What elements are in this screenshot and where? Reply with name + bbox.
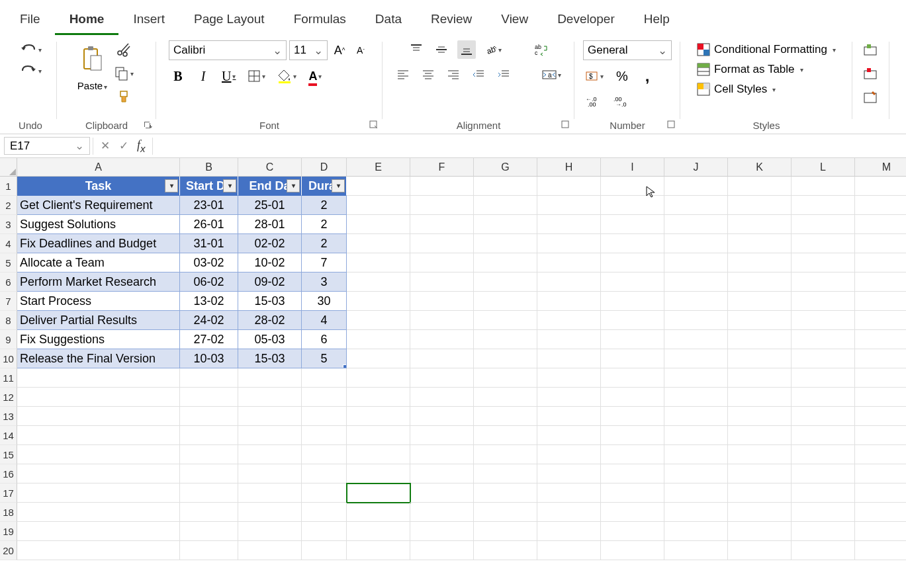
row-header-5[interactable]: 5 — [0, 253, 17, 273]
cell-A19[interactable] — [17, 522, 180, 541]
cell-B4[interactable]: 31-01 — [180, 234, 238, 253]
column-header-H[interactable]: H — [537, 158, 601, 177]
cell-J15[interactable] — [664, 445, 728, 464]
cell-G16[interactable] — [474, 464, 537, 483]
cell-M10[interactable] — [855, 349, 906, 368]
column-header-E[interactable]: E — [347, 158, 410, 177]
cell-E10[interactable] — [347, 349, 410, 368]
cell-B5[interactable]: 03-02 — [180, 253, 238, 273]
cell-M18[interactable] — [855, 503, 906, 522]
cancel-formula-button[interactable]: ✕ — [96, 139, 114, 153]
italic-button[interactable]: I — [194, 67, 212, 85]
cell-K13[interactable] — [728, 407, 792, 426]
cell-H8[interactable] — [537, 311, 601, 330]
column-header-K[interactable]: K — [728, 158, 792, 177]
decrease-font-button[interactable]: Aˇ — [351, 41, 370, 60]
column-header-A[interactable]: A — [17, 158, 180, 177]
cell-H17[interactable] — [537, 483, 601, 503]
cell-B2[interactable]: 23-01 — [180, 196, 238, 215]
cell-M20[interactable] — [855, 541, 906, 560]
increase-font-button[interactable]: A^ — [330, 41, 349, 60]
cell-E9[interactable] — [347, 330, 410, 349]
cell-E13[interactable] — [347, 407, 410, 426]
cell-L16[interactable] — [792, 464, 855, 483]
cell-F2[interactable] — [410, 196, 474, 215]
cell-M7[interactable] — [855, 292, 906, 311]
cell-B6[interactable]: 06-02 — [180, 273, 238, 292]
cell-M17[interactable] — [855, 483, 906, 503]
align-right-button[interactable] — [444, 65, 463, 84]
cell-A3[interactable]: Suggest Solutions — [17, 215, 180, 234]
clipboard-launcher[interactable] — [143, 120, 152, 130]
cell-H20[interactable] — [537, 541, 601, 560]
cell-L12[interactable] — [792, 388, 855, 407]
tab-file[interactable]: File — [5, 5, 55, 35]
cell-A1[interactable]: Task — [17, 177, 180, 196]
cell-E16[interactable] — [347, 464, 410, 483]
cell-M4[interactable] — [855, 234, 906, 253]
cell-C7[interactable]: 15-03 — [238, 292, 302, 311]
cell-J11[interactable] — [664, 368, 728, 388]
filter-A[interactable] — [165, 179, 178, 192]
cell-J5[interactable] — [664, 253, 728, 273]
cell-G9[interactable] — [474, 330, 537, 349]
cell-I18[interactable] — [601, 503, 664, 522]
cell-F16[interactable] — [410, 464, 474, 483]
cell-B17[interactable] — [180, 483, 238, 503]
cell-L9[interactable] — [792, 330, 855, 349]
cell-C4[interactable]: 02-02 — [238, 234, 302, 253]
cell-G11[interactable] — [474, 368, 537, 388]
cell-L11[interactable] — [792, 368, 855, 388]
cell-K11[interactable] — [728, 368, 792, 388]
cell-A6[interactable]: Perform Market Research — [17, 273, 180, 292]
underline-button[interactable]: U — [219, 67, 238, 85]
cell-I9[interactable] — [601, 330, 664, 349]
cell-C11[interactable] — [238, 368, 302, 388]
cell-F3[interactable] — [410, 215, 474, 234]
cell-H4[interactable] — [537, 234, 601, 253]
cell-M19[interactable] — [855, 522, 906, 541]
cell-C14[interactable] — [238, 426, 302, 445]
cell-B20[interactable] — [180, 541, 238, 560]
font-color-button[interactable]: A — [306, 67, 324, 85]
cell-I4[interactable] — [601, 234, 664, 253]
cell-D3[interactable]: 2 — [302, 215, 347, 234]
cell-F13[interactable] — [410, 407, 474, 426]
insert-cells-button[interactable] — [860, 40, 882, 59]
cell-M16[interactable] — [855, 464, 906, 483]
row-header-9[interactable]: 9 — [0, 330, 17, 349]
copy-button[interactable] — [112, 64, 136, 83]
cell-J10[interactable] — [664, 349, 728, 368]
cell-D2[interactable]: 2 — [302, 196, 347, 215]
cell-L7[interactable] — [792, 292, 855, 311]
row-header-18[interactable]: 18 — [0, 503, 17, 522]
cell-B8[interactable]: 24-02 — [180, 311, 238, 330]
select-all-corner[interactable] — [0, 158, 17, 177]
merge-center-button[interactable]: a — [539, 65, 564, 84]
cell-K18[interactable] — [728, 503, 792, 522]
cell-F4[interactable] — [410, 234, 474, 253]
cell-M9[interactable] — [855, 330, 906, 349]
row-header-12[interactable]: 12 — [0, 388, 17, 407]
number-launcher[interactable] — [667, 120, 676, 130]
tab-formulas[interactable]: Formulas — [279, 5, 361, 35]
cell-F15[interactable] — [410, 445, 474, 464]
cell-H15[interactable] — [537, 445, 601, 464]
cell-D4[interactable]: 2 — [302, 234, 347, 253]
orientation-button[interactable]: ab — [482, 40, 504, 59]
cell-B3[interactable]: 26-01 — [180, 215, 238, 234]
tab-home[interactable]: Home — [55, 5, 119, 35]
cell-D13[interactable] — [302, 407, 347, 426]
cell-B16[interactable] — [180, 464, 238, 483]
cell-F17[interactable] — [410, 483, 474, 503]
cell-C3[interactable]: 28-01 — [238, 215, 302, 234]
column-header-L[interactable]: L — [792, 158, 855, 177]
cell-D20[interactable] — [302, 541, 347, 560]
cell-B7[interactable]: 13-02 — [180, 292, 238, 311]
cell-E4[interactable] — [347, 234, 410, 253]
alignment-launcher[interactable] — [561, 120, 570, 130]
cell-A15[interactable] — [17, 445, 180, 464]
tab-review[interactable]: Review — [416, 5, 486, 35]
row-header-6[interactable]: 6 — [0, 273, 17, 292]
cell-A11[interactable] — [17, 368, 180, 388]
